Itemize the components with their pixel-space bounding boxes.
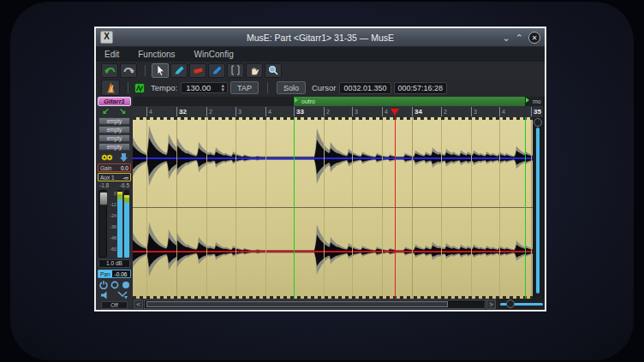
beat-gridline xyxy=(412,117,413,299)
pan-label: Pan xyxy=(98,270,112,277)
range-tool-button[interactable] xyxy=(227,63,244,78)
marker-label-mo: mo xyxy=(528,97,541,106)
fader-knob[interactable] xyxy=(99,192,108,205)
title-bar[interactable]: X MusE: Part <Gitarr1> 31-35 — MusE ⌄ ⌃ … xyxy=(96,28,545,47)
meter-right-channel xyxy=(124,190,129,258)
wave-editor-area: Gitarr1 ↙ ↘ emptyemptyemptyempty Gain xyxy=(96,97,545,310)
pan-tool-button[interactable] xyxy=(246,63,263,78)
meter-left-channel xyxy=(117,190,122,258)
tap-tempo-button[interactable]: TAP xyxy=(230,81,259,94)
eraser-icon xyxy=(193,65,204,75)
zoom-tool-button[interactable] xyxy=(265,63,282,78)
marker-line xyxy=(525,117,526,299)
menu-functions[interactable]: Functions xyxy=(138,50,175,59)
solo-button[interactable]: Solo xyxy=(277,81,306,94)
part-top-border xyxy=(133,117,533,120)
tempo-spinbox[interactable]: 130.00 ▲▼ xyxy=(181,82,228,93)
ruler-tick-4: 4 xyxy=(265,107,271,116)
meter-scale-label: -24 xyxy=(110,214,116,218)
vertical-zoom-slider[interactable] xyxy=(533,117,543,299)
ruler-tick-3: 3 xyxy=(352,107,358,116)
gain-value: 0.0 xyxy=(121,165,128,171)
mute-speaker-icon[interactable] xyxy=(101,291,110,300)
volume-fader[interactable] xyxy=(98,190,107,258)
controller-slot-1[interactable]: empty xyxy=(98,126,130,134)
ruler-tick-4: 4 xyxy=(382,107,388,116)
toolbar-separator xyxy=(128,82,128,93)
metronome-button[interactable] xyxy=(101,80,120,96)
menu-winconfig[interactable]: WinConfig xyxy=(194,50,234,59)
ruler-tick-4: 4 xyxy=(146,107,152,116)
power-icon[interactable] xyxy=(99,281,108,289)
scroll-left-button[interactable]: < xyxy=(134,300,143,309)
ruler-tick-34: 34 xyxy=(412,107,422,116)
pointer-tool-button[interactable] xyxy=(152,63,169,78)
shade-window-button[interactable]: ⌄ xyxy=(503,33,510,43)
pencil-tool-button[interactable] xyxy=(170,63,188,78)
right-gutter xyxy=(543,97,545,310)
beat-gridline xyxy=(441,117,442,299)
tempo-master-icon[interactable] xyxy=(134,83,145,93)
spinbox-arrows-icon[interactable]: ▲▼ xyxy=(220,84,225,92)
meter-scale-label: -12 xyxy=(110,203,116,207)
close-window-button[interactable]: ✕ xyxy=(528,32,540,44)
horizontal-zoom-slider[interactable] xyxy=(500,300,543,309)
draw-pencil-icon xyxy=(212,65,223,75)
redo-button[interactable] xyxy=(120,63,137,78)
stereo-waveform xyxy=(133,117,533,299)
metronome-icon xyxy=(105,82,116,93)
maximize-window-button[interactable]: ⌃ xyxy=(516,33,523,43)
stereo-link-icon[interactable] xyxy=(101,154,113,161)
menu-edit[interactable]: Edit xyxy=(104,50,119,59)
aux-send-control[interactable]: Aux 1 -∞ xyxy=(98,173,131,181)
record-dot-icon[interactable] xyxy=(122,281,130,289)
range-icon xyxy=(230,65,241,75)
tempo-value: 130.00 xyxy=(186,83,217,92)
ruler-tick-33: 33 xyxy=(294,107,304,116)
scroll-right-button[interactable]: > xyxy=(486,300,496,309)
pan-control[interactable]: Pan -0.06 xyxy=(98,270,131,278)
stereo-row xyxy=(98,152,130,163)
draw-tool-button[interactable] xyxy=(208,63,225,78)
tempo-label: Tempo: xyxy=(151,83,177,92)
toolbar-separator xyxy=(267,82,268,93)
zoom-knob[interactable] xyxy=(506,300,515,308)
muse-wave-editor-window: X MusE: Part <Gitarr1> 31-35 — MusE ⌄ ⌃ … xyxy=(94,27,546,312)
waveform-canvas[interactable] xyxy=(133,117,533,299)
next-part-arrow-icon[interactable]: ↘ xyxy=(119,107,126,116)
ruler-tick-35: 35 xyxy=(531,107,541,116)
peak-left-value: -1.8 xyxy=(99,182,109,188)
controller-slot-3[interactable]: empty xyxy=(98,143,130,151)
undo-icon xyxy=(104,66,116,75)
controller-slot-2[interactable]: empty xyxy=(98,134,130,142)
eraser-tool-button[interactable] xyxy=(189,63,206,78)
undo-button[interactable] xyxy=(101,63,118,78)
gain-label: Gain xyxy=(100,165,112,171)
monitor-ring-icon[interactable] xyxy=(110,281,119,289)
timeline-ruler[interactable]: 432234332343423435 xyxy=(133,106,545,118)
controller-slot-0[interactable]: empty xyxy=(98,117,130,125)
cursor-position-readout: 0032.01.350 xyxy=(339,82,391,94)
playhead-marker-icon[interactable] xyxy=(391,109,399,116)
automation-mode-select[interactable]: Off xyxy=(101,301,128,309)
horizontal-scrollbar[interactable] xyxy=(144,300,486,309)
pan-value: -0.06 xyxy=(115,271,128,277)
timeline-header: outromo 432234332343423435 xyxy=(133,97,545,117)
vslider-knob[interactable] xyxy=(534,118,542,127)
beat-gridline xyxy=(206,117,207,299)
aux-label: Aux 1 xyxy=(100,175,115,181)
prev-part-arrow-icon[interactable]: ↙ xyxy=(103,107,110,116)
beat-gridline xyxy=(352,117,353,299)
record-downmix-arrow-icon[interactable] xyxy=(120,153,128,162)
ruler-tick-2: 2 xyxy=(206,107,212,116)
envelope-icon[interactable] xyxy=(117,291,128,300)
part-name-tab[interactable]: Gitarr1 xyxy=(98,97,131,106)
menu-bar: Edit Functions WinConfig xyxy=(96,47,545,62)
beat-gridline xyxy=(265,117,266,299)
gain-control[interactable]: Gain 0.0 xyxy=(98,163,131,172)
desktop-background: X MusE: Part <Gitarr1> 31-35 — MusE ⌄ ⌃ … xyxy=(0,0,644,362)
beat-gridline xyxy=(236,117,236,299)
meter-scale-label: -36 xyxy=(110,225,116,229)
scrollbar-thumb[interactable] xyxy=(146,301,448,307)
magnifier-icon xyxy=(268,65,278,75)
